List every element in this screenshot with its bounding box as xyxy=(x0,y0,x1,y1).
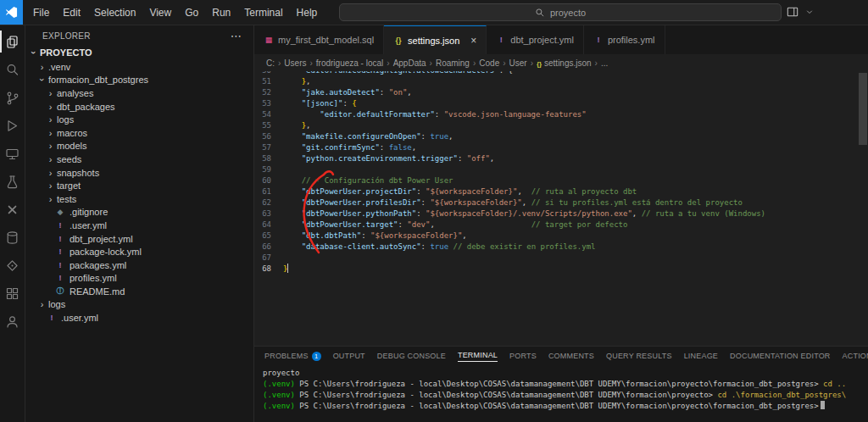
panel-tab-problems[interactable]: PROBLEMS1 xyxy=(264,352,321,361)
panel-tab-label: PROBLEMS xyxy=(264,352,309,360)
tab-profiles-yml[interactable]: !profiles.yml xyxy=(584,25,665,54)
tree-item-dbt-packages[interactable]: ›dbt_packages xyxy=(25,100,253,114)
activity-dbt-icon[interactable] xyxy=(0,254,25,276)
panel-tab-ports[interactable]: PORTS xyxy=(509,352,537,360)
tree-item-analyses[interactable]: ›analyses xyxy=(25,86,253,100)
activity-source-control-icon[interactable] xyxy=(0,86,25,108)
line-number: 57 xyxy=(254,142,283,153)
panel-tab-debug-console[interactable]: DEBUG CONSOLE xyxy=(377,352,446,360)
activity-database-icon[interactable] xyxy=(0,226,25,248)
sidebar-header: EXPLORER ⋯ xyxy=(25,25,253,44)
tree-label: .user.yml xyxy=(61,313,98,323)
close-icon[interactable]: × xyxy=(470,35,476,47)
tab-label: profiles.yml xyxy=(608,35,655,45)
activity-extensions-icon[interactable] xyxy=(0,282,25,304)
chevron-right-icon: › xyxy=(531,58,533,68)
tab-settings-json[interactable]: {}settings.json× xyxy=(384,25,487,54)
menu-file[interactable]: File xyxy=(26,5,56,20)
activity-accounts-icon[interactable] xyxy=(0,310,25,332)
breadcrumb-label: C: xyxy=(266,58,275,68)
tree-label: tests xyxy=(57,194,76,204)
activity-search-icon[interactable] xyxy=(0,58,25,81)
menu-help[interactable]: Help xyxy=(290,5,325,20)
activity-explorer-icon[interactable] xyxy=(0,31,25,53)
activity-remote-explorer-icon[interactable] xyxy=(0,142,25,164)
breadcrumb-item-users[interactable]: Users xyxy=(284,58,306,68)
more-actions-icon[interactable]: ⋯ xyxy=(231,30,242,42)
tab-my-first-dbt-model-sql[interactable]: ▦my_first_dbt_model.sql xyxy=(254,25,384,54)
code-line-60: 60 // ☞ Configuración dbt Power User xyxy=(254,175,868,186)
breadcrumb-item-item[interactable]: ... xyxy=(601,58,608,68)
editor-scrollbar[interactable] xyxy=(859,73,867,145)
tree-item-snapshots[interactable]: ›snapshots xyxy=(25,166,253,180)
menu-run[interactable]: Run xyxy=(205,5,237,20)
tree-item-dbt-project-yml[interactable]: !dbt_project.yml xyxy=(25,232,253,246)
panel-tab-actions[interactable]: ACTIONS xyxy=(843,352,868,360)
tree-item-formacion-dbt-postgres[interactable]: ›formacion_dbt_postgres xyxy=(25,74,253,87)
activity-extension-x-icon[interactable] xyxy=(0,198,25,220)
layout-panel-icon[interactable] xyxy=(787,6,798,18)
tree-item-packages-yml[interactable]: !packages.yml xyxy=(25,258,253,272)
panel-tab-documentation-editor[interactable]: DOCUMENTATION EDITOR xyxy=(730,352,831,360)
tree-item-tests[interactable]: ›tests xyxy=(25,192,253,206)
tree-root-proyecto[interactable]: › PROYECTO xyxy=(25,44,253,60)
breadcrumb-item-code[interactable]: Code xyxy=(479,58,499,68)
terminal[interactable]: proyecto(.venv) PS C:\Users\frodrigueza … xyxy=(254,365,868,422)
tab-dbt-project-yml[interactable]: !dbt_project.yml xyxy=(487,25,584,54)
tree-item-readme-md[interactable]: ⓘREADME.md xyxy=(25,285,253,298)
panel-tab-query-results[interactable]: QUERY RESULTS xyxy=(606,352,672,360)
code-line-62: 62 "dbtPowerUser.profilesDir": "${worksp… xyxy=(254,197,868,208)
breadcrumb-item-appdata[interactable]: AppData xyxy=(393,58,426,68)
breadcrumb[interactable]: C:›Users›frodrigueza - local›AppData›Roa… xyxy=(254,54,868,71)
line-number: 68 xyxy=(254,264,283,275)
code-line-63: 63 "dbtPowerUser.pythonPath": "${workspa… xyxy=(254,208,868,219)
chevron-right-icon: › xyxy=(595,58,598,68)
chevron-icon: › xyxy=(46,154,55,164)
chevron-down-icon[interactable] xyxy=(805,8,814,16)
menu-go[interactable]: Go xyxy=(178,5,205,20)
tree-item-gitignore[interactable]: ◆.gitignore xyxy=(25,206,253,219)
tree-item-seeds[interactable]: ›seeds xyxy=(25,153,253,166)
activity-run-debug-icon[interactable] xyxy=(0,114,25,136)
menu-terminal[interactable]: Terminal xyxy=(237,5,289,20)
activity-testing-icon[interactable] xyxy=(0,170,25,192)
menu-selection[interactable]: Selection xyxy=(87,5,142,20)
tree-item-target[interactable]: ›target xyxy=(25,179,253,192)
panel-tab-output[interactable]: OUTPUT xyxy=(333,352,365,360)
breadcrumb-item-c[interactable]: C: xyxy=(266,58,275,68)
command-center-search[interactable]: proyecto xyxy=(339,3,782,21)
chevron-icon: › xyxy=(46,168,55,178)
tree-item-venv[interactable]: ›.venv xyxy=(25,60,253,74)
tree-item-user-yml[interactable]: !.user.yml xyxy=(25,311,253,325)
vscode-logo-icon xyxy=(0,0,23,25)
code-text: // ☞ Configuración dbt Power User xyxy=(283,175,453,186)
tree-item-logs[interactable]: ›logs xyxy=(25,113,253,126)
tree-item-logs[interactable]: ›logs xyxy=(25,298,253,312)
tree-item-user-yml[interactable]: !.user.yml xyxy=(25,219,253,232)
code-line-59: 59 xyxy=(254,164,868,175)
panel-tab-lineage[interactable]: LINEAGE xyxy=(684,352,718,360)
tree-item-models[interactable]: ›models xyxy=(25,140,253,153)
code-text: "editor.defaultFormatter": "vscode.json-… xyxy=(283,109,587,120)
tree-label: models xyxy=(57,141,86,151)
line-number: 62 xyxy=(254,197,283,208)
panel-tab-label: COMMENTS xyxy=(548,352,594,360)
tree-item-profiles-yml[interactable]: !profiles.yml xyxy=(25,272,253,286)
code-editor[interactable]: 50 "editor.unicodeHighlight.allowedChara… xyxy=(254,71,868,346)
panel-tab-terminal[interactable]: TERMINAL xyxy=(458,351,498,362)
code-line-51: 51 }, xyxy=(254,76,868,87)
tab-label: settings.json xyxy=(408,36,459,46)
tree-item-macros[interactable]: ›macros xyxy=(25,126,253,140)
breadcrumb-label: Roaming xyxy=(436,58,470,68)
line-number: 67 xyxy=(254,253,283,264)
tree-item-package-lock-yml[interactable]: !package-lock.yml xyxy=(25,245,253,258)
breadcrumb-item-frodrigueza-local[interactable]: frodrigueza - local xyxy=(316,58,383,68)
menu-view[interactable]: View xyxy=(142,5,178,20)
breadcrumb-item-user[interactable]: User xyxy=(509,58,527,68)
breadcrumb-item-settings-json[interactable]: {} settings.json xyxy=(537,58,592,68)
menu-edit[interactable]: Edit xyxy=(56,5,87,20)
panel-tab-comments[interactable]: COMMENTS xyxy=(548,352,594,360)
terminal-line: proyecto xyxy=(263,368,868,379)
code-text: "[jsonc]": { xyxy=(283,98,357,109)
breadcrumb-item-roaming[interactable]: Roaming xyxy=(436,58,470,68)
